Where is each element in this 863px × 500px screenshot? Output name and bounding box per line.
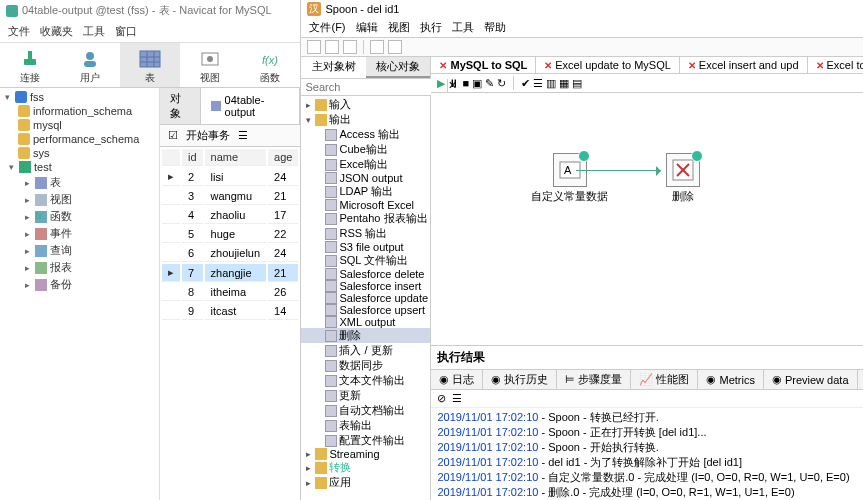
- table-row[interactable]: ▸2lisi24: [162, 168, 298, 186]
- step-item[interactable]: Access 输出: [301, 127, 430, 142]
- tree-views[interactable]: ▸视图: [0, 191, 159, 208]
- step-item[interactable]: Microsoft Excel: [301, 199, 430, 211]
- step-item[interactable]: Salesforce upsert: [301, 304, 430, 316]
- menu-view[interactable]: 视图: [388, 20, 410, 35]
- tree-db-open[interactable]: ▾test: [0, 160, 159, 174]
- step-item[interactable]: Pentaho 报表输出: [301, 211, 430, 226]
- step-item[interactable]: S3 file output: [301, 241, 430, 253]
- table-row[interactable]: 9itcast14: [162, 303, 298, 320]
- new-icon[interactable]: [307, 40, 321, 54]
- step-item[interactable]: JSON output: [301, 172, 430, 184]
- editor-tab[interactable]: ✕Excel to MySQL: [808, 57, 863, 73]
- editor-tab[interactable]: ✕Excel update to MySQL: [536, 57, 680, 73]
- tool-table[interactable]: 表: [120, 43, 180, 87]
- close-icon[interactable]: ✕: [544, 60, 552, 71]
- menu-tools[interactable]: 工具: [452, 20, 474, 35]
- step-item[interactable]: Salesforce update: [301, 292, 430, 304]
- table-row[interactable]: 3wangmu21: [162, 188, 298, 205]
- menu-file[interactable]: 文件: [8, 24, 30, 39]
- table-row[interactable]: 4zhaoliu17: [162, 207, 298, 224]
- step-item[interactable]: 配置文件输出: [301, 433, 430, 448]
- menu-help[interactable]: 帮助: [484, 20, 506, 35]
- menu-edit[interactable]: 编辑: [356, 20, 378, 35]
- step-item[interactable]: 自动文档输出: [301, 403, 430, 418]
- explore-db-icon[interactable]: ▦: [559, 77, 569, 90]
- tree-events[interactable]: ▸事件: [0, 225, 159, 242]
- cat-streaming[interactable]: ▸Streaming: [301, 448, 430, 460]
- step-item[interactable]: 更新: [301, 388, 430, 403]
- tree-backup[interactable]: ▸备份: [0, 276, 159, 293]
- tree-db[interactable]: information_schema: [0, 104, 159, 118]
- table-row[interactable]: 5huge22: [162, 226, 298, 243]
- table-row[interactable]: 6zhoujielun24: [162, 245, 298, 262]
- tree-tables[interactable]: ▸表: [0, 174, 159, 191]
- step-item[interactable]: RSS 输出: [301, 226, 430, 241]
- open-icon[interactable]: [325, 40, 339, 54]
- navicat-tree[interactable]: ▾fss information_schema mysql performanc…: [0, 88, 160, 500]
- cat-input[interactable]: ▸输入: [301, 97, 430, 112]
- impact-icon[interactable]: ☰: [533, 77, 543, 90]
- rtab-preview[interactable]: ◉Preview data: [764, 370, 858, 389]
- step-item[interactable]: Cube输出: [301, 142, 430, 157]
- close-icon[interactable]: ✕: [816, 60, 824, 71]
- filter-icon[interactable]: ☰: [238, 129, 248, 142]
- tab-objects[interactable]: 对象: [160, 88, 201, 124]
- cat-app[interactable]: ▸应用: [301, 475, 430, 490]
- step-item[interactable]: Excel输出: [301, 157, 430, 172]
- rtab-perf[interactable]: 📈性能图: [631, 370, 698, 389]
- table-row[interactable]: 8itheima26: [162, 284, 298, 301]
- data-grid[interactable]: idnameage ▸2lisi243wangmu214zhaoliu175hu…: [160, 147, 300, 322]
- tool-view[interactable]: 视图: [180, 43, 240, 87]
- rtab-metrics2[interactable]: ◉Metrics: [698, 370, 763, 389]
- tree-reports[interactable]: ▸报表: [0, 259, 159, 276]
- table-row[interactable]: ▸7zhangjie21: [162, 264, 298, 282]
- cat-output[interactable]: ▾输出: [301, 112, 430, 127]
- menu-file[interactable]: 文件(F): [309, 20, 345, 35]
- preview-icon[interactable]: ▣: [472, 77, 482, 90]
- run-icon[interactable]: ▶: [437, 77, 445, 90]
- step-item[interactable]: Salesforce insert: [301, 280, 430, 292]
- search-input[interactable]: [301, 79, 447, 95]
- close-icon[interactable]: ✕: [688, 60, 696, 71]
- step-item[interactable]: 数据同步: [301, 358, 430, 373]
- tab-core[interactable]: 核心对象: [366, 57, 431, 78]
- step-item[interactable]: Salesforce delete: [301, 268, 430, 280]
- rtab-metrics[interactable]: ⊨步骤度量: [557, 370, 631, 389]
- steps-tree[interactable]: ▸输入 ▾输出 Access 输出Cube输出Excel输出JSON outpu…: [301, 96, 430, 500]
- hop-arrow[interactable]: [576, 170, 661, 171]
- transformation-canvas[interactable]: A 自定义常量数据 删除: [431, 93, 863, 345]
- tool-connect[interactable]: 连接: [0, 43, 60, 87]
- stop-icon[interactable]: ■: [462, 77, 469, 89]
- explore-icon[interactable]: [343, 40, 357, 54]
- replay-icon[interactable]: ↻: [497, 77, 506, 90]
- editor-tab[interactable]: ✕Excel insert and upd: [680, 57, 808, 73]
- tab-main-tree[interactable]: 主对象树: [301, 57, 366, 78]
- editor-tab[interactable]: ✕MySQL to SQL: [431, 57, 536, 73]
- verify-icon[interactable]: ✔: [521, 77, 530, 90]
- clear-log-icon[interactable]: ⊘: [437, 392, 446, 405]
- tree-fns[interactable]: ▸fx函数: [0, 208, 159, 225]
- cat-trans[interactable]: ▸转换: [301, 460, 430, 475]
- save-icon[interactable]: [370, 40, 384, 54]
- conn-root[interactable]: ▾fss: [0, 90, 159, 104]
- menu-window[interactable]: 窗口: [115, 24, 137, 39]
- close-icon[interactable]: ✕: [439, 60, 447, 71]
- menu-fav[interactable]: 收藏夹: [40, 24, 73, 39]
- checkbox-icon[interactable]: ☑: [168, 129, 178, 142]
- debug-icon[interactable]: ✎: [485, 77, 494, 90]
- show-results-icon[interactable]: ▤: [572, 77, 582, 90]
- tree-queries[interactable]: ▸查询: [0, 242, 159, 259]
- rtab-history[interactable]: ◉执行历史: [483, 370, 557, 389]
- log-output[interactable]: 2019/11/01 17:02:10 - Spoon - 转换已经打开.201…: [431, 408, 863, 500]
- menu-run[interactable]: 执行: [420, 20, 442, 35]
- navicat-menubar[interactable]: 文件 收藏夹 工具 窗口: [0, 21, 300, 43]
- step-item[interactable]: SQL 文件输出: [301, 253, 430, 268]
- tab-output[interactable]: 04table-output: [201, 88, 300, 124]
- sql-icon[interactable]: ▥: [546, 77, 556, 90]
- step-item[interactable]: XML output: [301, 316, 430, 328]
- tool-user[interactable]: 用户: [60, 43, 120, 87]
- menu-tools[interactable]: 工具: [83, 24, 105, 39]
- tool-fn[interactable]: f(x)函数: [240, 43, 300, 87]
- spoon-menubar[interactable]: 文件(F) 编辑 视图 执行 工具 帮助: [301, 18, 863, 38]
- step-item[interactable]: 文本文件输出: [301, 373, 430, 388]
